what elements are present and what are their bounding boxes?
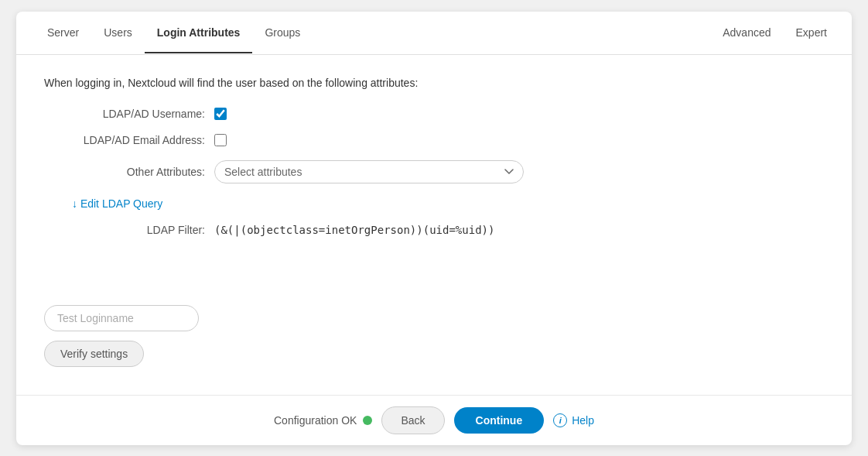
tab-users[interactable]: Users	[91, 12, 145, 53]
tab-server[interactable]: Server	[35, 12, 91, 53]
info-icon: i	[553, 413, 567, 427]
other-attributes-row: Other Attributes: Select attributes	[44, 160, 824, 183]
status-ok-dot	[363, 416, 372, 425]
back-button[interactable]: Back	[381, 406, 444, 434]
verify-settings-button[interactable]: Verify settings	[44, 341, 144, 367]
help-label: Help	[572, 414, 594, 427]
ldap-filter-row: LDAP Filter: (&(|(objectclass=inetOrgPer…	[44, 224, 824, 236]
bottom-area: Verify settings	[16, 293, 852, 395]
description-text: When logging in, Nextcloud will find the…	[44, 77, 824, 89]
ldap-email-checkbox[interactable]	[214, 134, 227, 146]
ldap-email-row: LDAP/AD Email Address:	[44, 134, 824, 146]
ldap-username-row: LDAP/AD Username:	[44, 108, 824, 120]
tab-login-attributes[interactable]: Login Attributes	[145, 12, 253, 53]
tab-advanced[interactable]: Advanced	[716, 12, 777, 53]
footer: Configuration OK Back Continue i Help	[16, 395, 852, 445]
tab-expert[interactable]: Expert	[790, 12, 833, 53]
ldap-filter-label: LDAP Filter:	[44, 224, 214, 236]
ldap-username-label: LDAP/AD Username:	[44, 108, 214, 120]
other-attributes-label: Other Attributes:	[44, 166, 214, 178]
ldap-email-label: LDAP/AD Email Address:	[44, 134, 214, 146]
edit-ldap-link[interactable]: ↓ Edit LDAP Query	[72, 197, 824, 210]
ldap-username-checkbox[interactable]	[214, 108, 227, 120]
config-status: Configuration OK	[274, 414, 372, 427]
main-card: Server Users Login Attributes Groups Adv…	[16, 12, 852, 445]
content-area: When logging in, Nextcloud will find the…	[16, 55, 852, 293]
config-ok-label: Configuration OK	[274, 414, 357, 427]
help-area[interactable]: i Help	[553, 413, 594, 427]
continue-button[interactable]: Continue	[454, 407, 545, 434]
ldap-filter-value: (&(|(objectclass=inetOrgPerson))(uid=%ui…	[214, 224, 494, 236]
test-loginname-input[interactable]	[44, 305, 199, 331]
tab-bar-right: Advanced Expert	[716, 12, 833, 53]
tab-groups[interactable]: Groups	[252, 12, 313, 53]
tab-bar: Server Users Login Attributes Groups Adv…	[16, 12, 852, 55]
select-attributes-dropdown[interactable]: Select attributes	[214, 160, 524, 183]
tab-bar-left: Server Users Login Attributes Groups	[35, 12, 716, 53]
